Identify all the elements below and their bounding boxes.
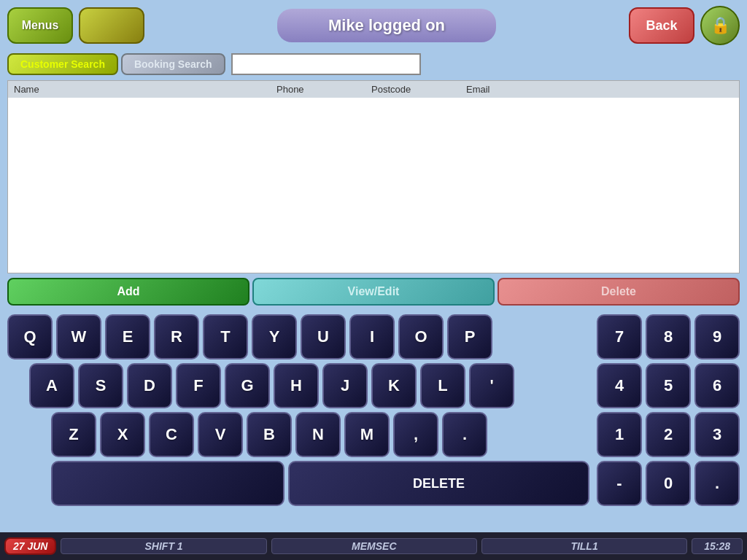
key-z[interactable]: Z bbox=[51, 412, 96, 457]
key-n[interactable]: N bbox=[295, 412, 341, 457]
search-input[interactable] bbox=[231, 53, 421, 75]
results-table: Name Phone Postcode Email bbox=[7, 80, 740, 273]
back-button[interactable]: Back bbox=[629, 7, 694, 44]
title-area: Mike logged on bbox=[150, 9, 623, 42]
delete-button[interactable]: Delete bbox=[498, 278, 740, 306]
key-i[interactable]: I bbox=[349, 314, 395, 359]
keyboard-main: Q W E R T Y U I O P A S D F G H J K L ' … bbox=[7, 314, 589, 510]
table-header: Name Phone Postcode Email bbox=[8, 81, 739, 98]
status-shift: SHIFT 1 bbox=[61, 538, 266, 554]
lock-icon: 🔒 bbox=[711, 16, 730, 35]
key-t[interactable]: T bbox=[203, 314, 248, 359]
key-l[interactable]: L bbox=[420, 363, 465, 408]
col-name: Name bbox=[14, 84, 276, 95]
status-company: MEMSEC bbox=[271, 538, 477, 554]
key-f[interactable]: F bbox=[176, 363, 221, 408]
tab-row: Customer Search Booking Search bbox=[0, 51, 747, 77]
key-comma[interactable]: , bbox=[393, 412, 438, 457]
key-d[interactable]: D bbox=[127, 363, 172, 408]
key-k[interactable]: K bbox=[371, 363, 417, 408]
col-phone: Phone bbox=[276, 84, 371, 95]
key-y[interactable]: Y bbox=[252, 314, 297, 359]
key-r[interactable]: R bbox=[154, 314, 199, 359]
yellow-button[interactable] bbox=[79, 7, 144, 44]
key-s[interactable]: S bbox=[78, 363, 123, 408]
key-w[interactable]: W bbox=[56, 314, 101, 359]
num-8[interactable]: 8 bbox=[646, 314, 691, 359]
key-v[interactable]: V bbox=[198, 412, 243, 457]
key-c[interactable]: C bbox=[149, 412, 194, 457]
num-0[interactable]: 0 bbox=[646, 461, 691, 506]
col-email: Email bbox=[466, 84, 733, 95]
key-j[interactable]: J bbox=[322, 363, 368, 408]
status-till: TILL1 bbox=[481, 538, 687, 554]
key-x[interactable]: X bbox=[100, 412, 145, 457]
numpad: 7 8 9 4 5 6 1 2 3 - 0 . bbox=[597, 314, 740, 510]
status-date: 27 JUN bbox=[4, 537, 56, 555]
col-postcode: Postcode bbox=[371, 84, 466, 95]
page-title: Mike logged on bbox=[277, 9, 496, 42]
status-bar: 27 JUN SHIFT 1 MEMSEC TILL1 15:28 bbox=[0, 532, 747, 560]
key-o[interactable]: O bbox=[398, 314, 444, 359]
keyboard-row-4: DELETE bbox=[7, 461, 589, 506]
view-edit-button[interactable]: View/Edit bbox=[252, 278, 495, 306]
tab-customer-search[interactable]: Customer Search bbox=[7, 53, 118, 75]
header: Menus Mike logged on Back 🔒 bbox=[0, 0, 747, 51]
num-5[interactable]: 5 bbox=[646, 363, 691, 408]
key-e[interactable]: E bbox=[105, 314, 150, 359]
num-7[interactable]: 7 bbox=[597, 314, 642, 359]
keyboard-area: Q W E R T Y U I O P A S D F G H J K L ' … bbox=[0, 310, 747, 514]
key-q[interactable]: Q bbox=[7, 314, 53, 359]
num-6[interactable]: 6 bbox=[694, 363, 740, 408]
tab-booking-search[interactable]: Booking Search bbox=[121, 53, 225, 75]
num-9[interactable]: 9 bbox=[694, 314, 740, 359]
num-2[interactable]: 2 bbox=[646, 412, 691, 457]
key-period[interactable]: . bbox=[442, 412, 487, 457]
num-dot[interactable]: . bbox=[694, 461, 740, 506]
key-delete[interactable]: DELETE bbox=[288, 461, 589, 506]
action-row: Add View/Edit Delete bbox=[7, 278, 740, 306]
keyboard-row-2: A S D F G H J K L ' bbox=[7, 363, 589, 408]
menus-button[interactable]: Menus bbox=[7, 7, 73, 44]
key-h[interactable]: H bbox=[274, 363, 319, 408]
num-minus[interactable]: - bbox=[597, 461, 642, 506]
key-apostrophe[interactable]: ' bbox=[469, 363, 514, 408]
num-1[interactable]: 1 bbox=[597, 412, 642, 457]
key-g[interactable]: G bbox=[225, 363, 270, 408]
key-p[interactable]: P bbox=[447, 314, 492, 359]
key-space[interactable] bbox=[51, 461, 285, 506]
table-body bbox=[8, 98, 739, 273]
keyboard-row-1: Q W E R T Y U I O P bbox=[7, 314, 589, 359]
status-time: 15:28 bbox=[692, 538, 743, 554]
key-b[interactable]: B bbox=[247, 412, 292, 457]
keyboard-row-3: Z X C V B N M , . bbox=[7, 412, 589, 457]
search-wrapper bbox=[231, 53, 421, 75]
num-3[interactable]: 3 bbox=[694, 412, 740, 457]
key-a[interactable]: A bbox=[29, 363, 74, 408]
key-m[interactable]: M bbox=[344, 412, 390, 457]
num-4[interactable]: 4 bbox=[597, 363, 642, 408]
key-u[interactable]: U bbox=[301, 314, 346, 359]
lock-button[interactable]: 🔒 bbox=[700, 6, 740, 45]
add-button[interactable]: Add bbox=[7, 278, 249, 306]
